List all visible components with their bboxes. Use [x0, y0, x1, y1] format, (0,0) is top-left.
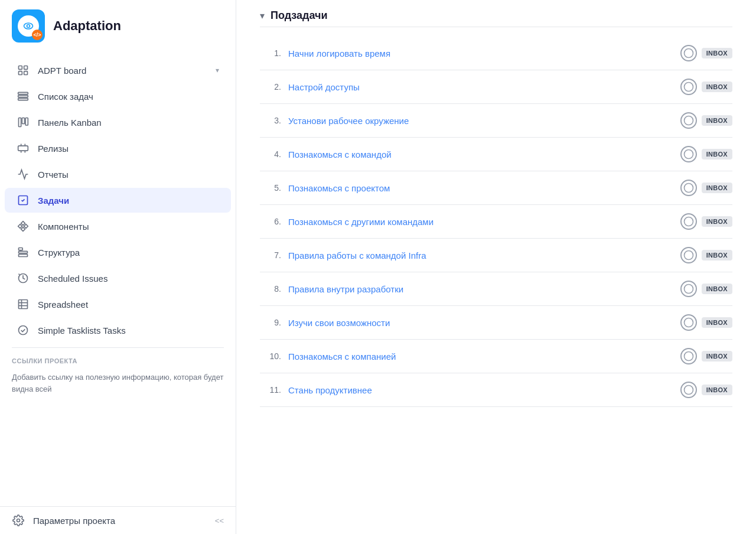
sidebar-item-structure[interactable]: Структура — [5, 240, 231, 265]
task-actions: INBOX — [680, 112, 732, 129]
sidebar-item-tasklists[interactable]: Simple Tasklists Tasks — [5, 318, 231, 343]
svg-point-32 — [684, 251, 693, 260]
structure-icon — [17, 246, 30, 259]
task-circle-button[interactable] — [680, 180, 697, 196]
sidebar-footer[interactable]: Параметры проекта << — [0, 506, 236, 534]
task-row: 3. Установи рабочее окружение INBOX — [260, 104, 732, 138]
task-inbox-badge: INBOX — [702, 284, 732, 294]
svg-rect-20 — [19, 300, 28, 309]
task-circle-button[interactable] — [680, 213, 697, 230]
svg-rect-12 — [25, 118, 28, 126]
spreadsheet-icon — [17, 298, 30, 311]
task-number: 1. — [260, 48, 281, 58]
task-inbox-badge: INBOX — [702, 48, 732, 58]
svg-point-29 — [684, 150, 693, 159]
sidebar-item-spreadsheet[interactable]: Spreadsheet — [5, 292, 231, 317]
app-title: Adaptation — [53, 18, 121, 34]
task-row: 9. Изучи свои возможности INBOX — [260, 306, 732, 340]
task-title[interactable]: Настрой доступы — [288, 82, 673, 92]
section-chevron-icon[interactable]: ▾ — [260, 10, 265, 21]
task-title[interactable]: Познакомься с компанией — [288, 351, 673, 362]
nav-separator — [12, 347, 224, 348]
sidebar-item-task-list[interactable]: Список задач — [5, 84, 231, 109]
svg-point-25 — [17, 519, 20, 522]
task-circle-button[interactable] — [680, 45, 697, 61]
task-actions: INBOX — [680, 382, 732, 398]
task-circle-button[interactable] — [680, 348, 697, 364]
task-title[interactable]: Познакомься с командой — [288, 149, 673, 159]
reports-icon — [17, 168, 30, 181]
svg-rect-7 — [18, 92, 28, 94]
svg-rect-14 — [19, 248, 23, 250]
sidebar-header: </> Adaptation — [0, 0, 236, 52]
task-circle-button[interactable] — [680, 146, 697, 162]
svg-point-30 — [684, 184, 693, 193]
task-title[interactable]: Правила работы с командой Infra — [288, 250, 673, 261]
section-header: ▾ Подзадачи — [260, 9, 732, 27]
sidebar-item-releases[interactable]: Релизы — [5, 136, 231, 161]
task-number: 8. — [260, 284, 281, 294]
task-actions: INBOX — [680, 247, 732, 263]
svg-rect-16 — [19, 254, 28, 256]
task-title[interactable]: Изучи свои возможности — [288, 318, 673, 328]
logo-badge: </> — [32, 30, 43, 40]
releases-icon — [17, 142, 30, 155]
task-title[interactable]: Стань продуктивнее — [288, 385, 673, 395]
task-number: 4. — [260, 149, 281, 159]
task-actions: INBOX — [680, 348, 732, 364]
components-label: Компоненты — [38, 222, 219, 232]
sidebar-item-components[interactable]: Компоненты — [5, 214, 231, 239]
task-inbox-badge: INBOX — [702, 250, 732, 261]
sidebar-item-adpt-board[interactable]: ADPT board ▾ — [5, 58, 231, 83]
task-row: 8. Правила внутри разработки INBOX — [260, 272, 732, 306]
scheduled-label: Scheduled Issues — [38, 273, 219, 284]
sidebar-item-kanban[interactable]: Панель Kanban — [5, 110, 231, 135]
task-title[interactable]: Правила внутри разработки — [288, 284, 673, 294]
list-icon — [17, 90, 30, 103]
kanban-icon — [17, 116, 30, 129]
tasklists-label: Simple Tasklists Tasks — [38, 325, 219, 336]
task-row: 10. Познакомься с компанией INBOX — [260, 340, 732, 373]
svg-point-28 — [684, 116, 693, 125]
task-actions: INBOX — [680, 213, 732, 230]
task-inbox-badge: INBOX — [702, 183, 732, 193]
sidebar-item-reports[interactable]: Отчеты — [5, 162, 231, 187]
sidebar-item-scheduled[interactable]: Scheduled Issues — [5, 266, 231, 291]
task-row: 7. Правила работы с командой Infra INBOX — [260, 239, 732, 272]
task-circle-button[interactable] — [680, 247, 697, 263]
svg-rect-10 — [19, 118, 21, 127]
task-circle-button[interactable] — [680, 112, 697, 129]
task-inbox-badge: INBOX — [702, 351, 732, 362]
subtasks-title: Подзадачи — [271, 9, 328, 22]
task-row: 6. Познакомься с другими командами INBOX — [260, 205, 732, 239]
task-title[interactable]: Познакомься с проектом — [288, 183, 673, 193]
task-number: 7. — [260, 250, 281, 260]
task-number: 6. — [260, 217, 281, 226]
footer-label: Параметры проекта — [33, 516, 115, 526]
project-links-text: Добавить ссылку на полезную информацию, … — [0, 367, 236, 399]
task-title[interactable]: Начни логировать время — [288, 48, 673, 58]
task-actions: INBOX — [680, 180, 732, 196]
task-number: 5. — [260, 183, 281, 193]
task-title[interactable]: Установи рабочее окружение — [288, 116, 673, 126]
svg-point-31 — [684, 217, 693, 226]
task-circle-button[interactable] — [680, 382, 697, 398]
svg-point-26 — [684, 49, 693, 58]
task-title[interactable]: Познакомься с другими командами — [288, 217, 673, 227]
task-inbox-badge: INBOX — [702, 317, 732, 328]
task-actions: INBOX — [680, 45, 732, 61]
app-logo: </> — [12, 9, 45, 43]
releases-label: Релизы — [38, 144, 219, 154]
task-number: 3. — [260, 116, 281, 125]
task-circle-button[interactable] — [680, 314, 697, 331]
svg-rect-3 — [19, 66, 22, 70]
svg-line-19 — [19, 274, 20, 275]
task-circle-button[interactable] — [680, 281, 697, 297]
sidebar-item-tasks[interactable]: Задачи — [5, 188, 231, 213]
task-number: 10. — [260, 351, 281, 361]
tasklists-icon — [17, 324, 30, 337]
svg-rect-5 — [19, 71, 22, 75]
task-circle-button[interactable] — [680, 79, 697, 95]
task-number: 11. — [260, 385, 281, 395]
task-number: 2. — [260, 82, 281, 92]
